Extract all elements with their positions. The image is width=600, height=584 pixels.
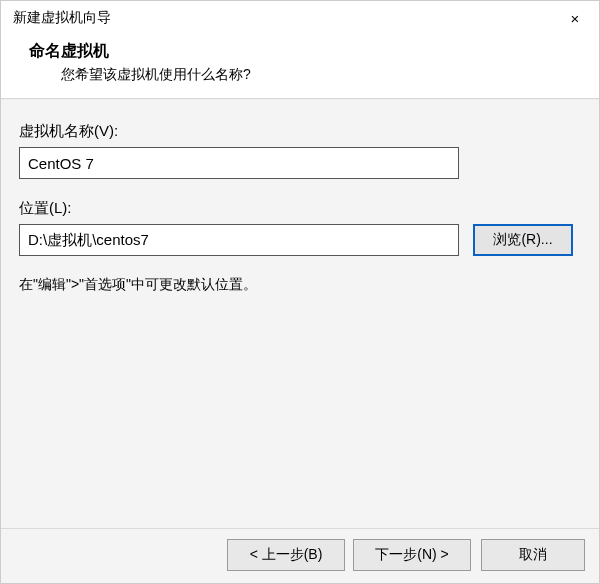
vm-location-label: 位置(L): [19,199,581,218]
vm-location-input[interactable] [19,224,459,256]
window-title: 新建虚拟机向导 [13,9,111,27]
cancel-button-label: 取消 [519,546,547,564]
wizard-content: 虚拟机名称(V): 位置(L): 浏览(R)... 在"编辑">"首选项"中可更… [1,99,599,528]
titlebar: 新建虚拟机向导 × [1,1,599,33]
back-button[interactable]: < 上一步(B) [227,539,345,571]
wizard-header: 命名虚拟机 您希望该虚拟机使用什么名称? [1,33,599,99]
next-button[interactable]: 下一步(N) > [353,539,471,571]
wizard-footer: < 上一步(B) 下一步(N) > 取消 [1,528,599,583]
page-subtitle: 您希望该虚拟机使用什么名称? [29,66,581,84]
back-button-label: < 上一步(B) [250,546,323,564]
browse-button-label: 浏览(R)... [493,231,552,249]
nav-button-pair: < 上一步(B) 下一步(N) > [227,539,471,571]
close-icon[interactable]: × [561,7,589,29]
cancel-button[interactable]: 取消 [481,539,585,571]
location-row: 浏览(R)... [19,224,581,256]
hint-text: 在"编辑">"首选项"中可更改默认位置。 [19,276,581,294]
vm-name-input[interactable] [19,147,459,179]
page-title: 命名虚拟机 [29,41,581,62]
next-button-label: 下一步(N) > [375,546,449,564]
browse-button[interactable]: 浏览(R)... [473,224,573,256]
vm-name-label: 虚拟机名称(V): [19,122,581,141]
